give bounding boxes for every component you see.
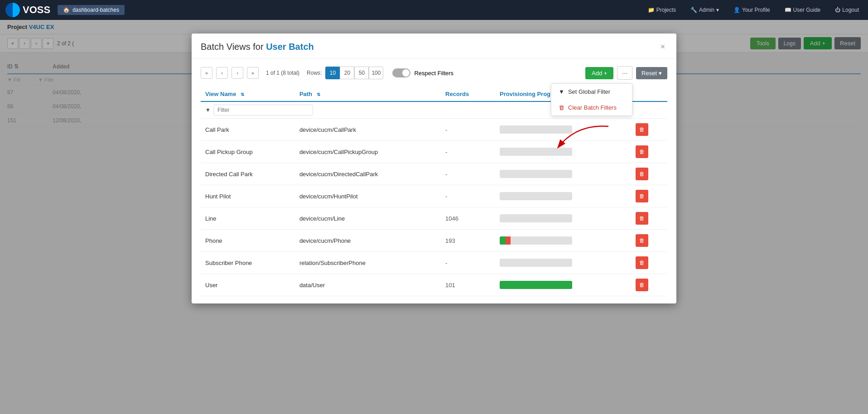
delete-row-button[interactable]: 🗑 — [636, 168, 648, 180]
chevron-down-icon: ▾ — [716, 7, 719, 13]
table-row: Hunt Pilotdevice/cucm/HuntPilot-🗑 — [201, 185, 667, 207]
col-records: Records — [441, 87, 495, 101]
nav-tab-dashboard[interactable]: 🏠 dashboard-batches — [58, 5, 125, 15]
delete-row-button[interactable]: 🗑 — [636, 279, 648, 291]
logo: VOSS — [5, 3, 50, 17]
cell-delete: 🗑 — [631, 252, 667, 274]
book-icon: 📖 — [785, 7, 791, 13]
cell-records: - — [441, 119, 495, 141]
col-actions — [631, 87, 667, 101]
modal-title-prefix: Batch Views for — [201, 42, 266, 52]
table-row: Linedevice/cucm/Line1046🗑 — [201, 207, 667, 230]
cell-progress — [495, 274, 631, 296]
toggle-knob — [402, 69, 410, 77]
table-row: Userdata/User101🗑 — [201, 274, 667, 296]
rows-20-button[interactable]: 20 — [340, 67, 354, 79]
more-dropdown-menu: ▼ Set Global Filter 🗑 Clear Batch Filter… — [551, 83, 632, 116]
nav-guide-label: User Guide — [793, 7, 821, 13]
filter-input[interactable] — [213, 105, 313, 116]
set-global-filter-item[interactable]: ▼ Set Global Filter — [551, 84, 632, 100]
respect-filters-label: Respect Filters — [414, 70, 453, 77]
cell-view-name: Line — [201, 207, 295, 230]
filter-funnel-icon: ▼ — [205, 107, 211, 113]
cell-view-name: Call Park — [201, 119, 295, 141]
cell-progress — [495, 163, 631, 185]
nav-admin[interactable]: 🔧 Admin ▾ — [687, 7, 723, 13]
cell-records: 1046 — [441, 207, 495, 230]
modal-reset-button[interactable]: Reset ▾ — [636, 67, 667, 79]
cell-records: - — [441, 252, 495, 274]
clear-batch-filters-item[interactable]: 🗑 Clear Batch Filters — [551, 100, 632, 116]
modal-overlay: Batch Views for User Batch × « ‹ › » 1 o… — [0, 20, 868, 414]
trash-icon: 🗑 — [559, 104, 564, 111]
cell-records: - — [441, 163, 495, 185]
cell-progress — [495, 141, 631, 163]
modal-add-button[interactable]: Add + — [585, 67, 613, 79]
cell-records: 193 — [441, 230, 495, 252]
table-row: Call Pickup Groupdevice/cucm/CallPickupG… — [201, 141, 667, 163]
power-icon: ⏻ — [835, 7, 840, 13]
delete-row-button[interactable]: 🗑 — [636, 145, 648, 158]
nav-projects[interactable]: 📁 Projects — [644, 7, 680, 13]
cell-delete: 🗑 — [631, 230, 667, 252]
rows-50-button[interactable]: 50 — [354, 67, 369, 79]
nav-profile[interactable]: 👤 Your Profile — [730, 7, 774, 13]
filter-icon: ▼ — [559, 88, 564, 95]
cell-view-name: Subscriber Phone — [201, 252, 295, 274]
modal-close-button[interactable]: × — [658, 43, 667, 52]
chevron-down-icon: ▾ — [659, 70, 662, 77]
cell-delete: 🗑 — [631, 119, 667, 141]
home-icon: 🏠 — [63, 7, 70, 13]
modal-title: Batch Views for User Batch — [201, 42, 314, 52]
cell-delete: 🗑 — [631, 141, 667, 163]
nav-tab-label: dashboard-batches — [72, 7, 119, 13]
logo-icon — [5, 3, 20, 17]
cell-path: device/cucm/Phone — [295, 230, 441, 252]
cell-view-name: Call Pickup Group — [201, 141, 295, 163]
modal-title-highlight: User Batch — [266, 42, 314, 52]
cell-view-name: User — [201, 274, 295, 296]
table-row: Call Parkdevice/cucm/CallPark-🗑 — [201, 119, 667, 141]
cell-view-name: Directed Call Park — [201, 163, 295, 185]
set-global-filter-label: Set Global Filter — [568, 88, 610, 95]
cell-view-name: Hunt Pilot — [201, 185, 295, 207]
nav-user-guide[interactable]: 📖 User Guide — [781, 7, 825, 13]
rows-100-button[interactable]: 100 — [369, 67, 383, 79]
modal-header: Batch Views for User Batch × — [192, 34, 676, 59]
pagination-info: 1 of 1 (8 total) — [262, 70, 303, 76]
cell-progress — [495, 252, 631, 274]
cell-records: 101 — [441, 274, 495, 296]
batch-views-table: View Name ⇅ Path ⇅ Records Provisioning … — [201, 87, 667, 296]
sort-path-icon: ⇅ — [317, 92, 320, 97]
col-view-name: View Name ⇅ — [201, 87, 295, 101]
more-options-button[interactable]: ··· — [617, 66, 632, 80]
more-button-container: ··· ▼ Set Global Filter 🗑 Clear Batch Fi… — [617, 66, 632, 80]
nav-logout[interactable]: ⏻ Logout — [831, 7, 863, 13]
cell-path: data/User — [295, 274, 441, 296]
modal-body: « ‹ › » 1 of 1 (8 total) Rows: 10 20 50 … — [192, 59, 676, 303]
delete-row-button[interactable]: 🗑 — [636, 212, 648, 225]
cell-delete: 🗑 — [631, 274, 667, 296]
cell-progress — [495, 207, 631, 230]
delete-row-button[interactable]: 🗑 — [636, 190, 648, 202]
nav-logout-label: Logout — [842, 7, 859, 13]
cell-delete: 🗑 — [631, 163, 667, 185]
respect-filters-toggle[interactable] — [392, 68, 410, 77]
cell-path: device/cucm/HuntPilot — [295, 185, 441, 207]
rows-10-button[interactable]: 10 — [325, 67, 340, 79]
cell-delete: 🗑 — [631, 185, 667, 207]
delete-row-button[interactable]: 🗑 — [636, 256, 648, 269]
nav-admin-label: Admin — [699, 7, 714, 13]
pagination-bar: « ‹ › » 1 of 1 (8 total) Rows: 10 20 50 … — [201, 66, 667, 80]
next-page-button[interactable]: › — [231, 67, 243, 79]
col-path: Path ⇅ — [295, 87, 441, 101]
delete-row-button[interactable]: 🗑 — [636, 234, 648, 247]
delete-row-button[interactable]: 🗑 — [636, 123, 648, 136]
cell-path: device/cucm/CallPark — [295, 119, 441, 141]
first-page-button[interactable]: « — [201, 67, 212, 79]
cell-delete: 🗑 — [631, 207, 667, 230]
respect-filters-toggle-container: Respect Filters — [392, 68, 453, 77]
prev-page-button[interactable]: ‹ — [216, 67, 228, 79]
table-row: Subscriber Phonerelation/SubscriberPhone… — [201, 252, 667, 274]
last-page-button[interactable]: » — [247, 67, 259, 79]
